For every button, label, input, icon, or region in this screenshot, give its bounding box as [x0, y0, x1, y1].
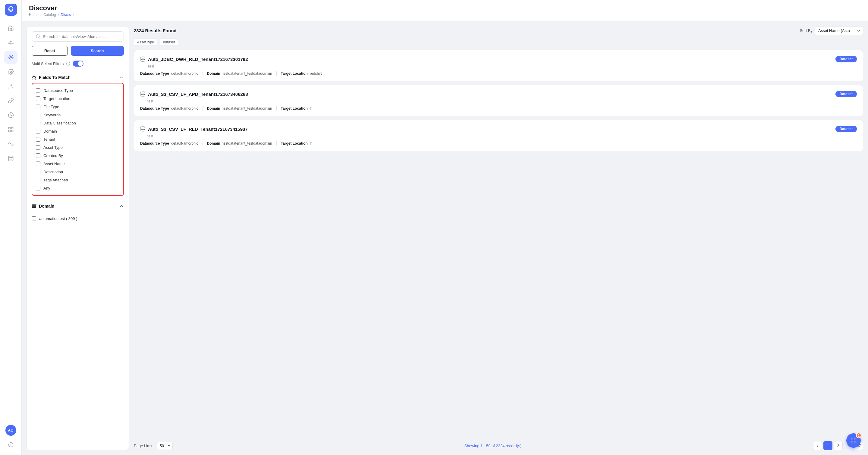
checkbox-target-location-label: Target Location	[43, 96, 70, 101]
checkbox-asset-type[interactable]: Asset Type	[36, 143, 120, 152]
sidebar-item-home[interactable]	[4, 22, 18, 35]
card-1-subtitle: Test	[147, 64, 857, 68]
checkbox-keywords-input[interactable]	[36, 113, 40, 117]
card-1-title: Auto_JDBC_DWH_RLD_Tenant1721673301782	[140, 56, 248, 62]
card-1-sep-1	[203, 71, 203, 76]
card-2-title-row: Auto_S3_CSV_LF_APD_Tenant1721673406268 D…	[140, 91, 857, 97]
card-2-meta-location: Target Location lf	[281, 106, 312, 110]
checkbox-data-classification[interactable]: Data Classification	[36, 119, 120, 127]
notification-badge: 1	[856, 433, 861, 438]
sidebar-item-clock[interactable]	[4, 108, 18, 122]
card-3-name[interactable]: Auto_S3_CSV_LF_RLD_Tenant1721673415937	[148, 127, 248, 132]
sidebar-item-discover[interactable]	[4, 51, 18, 64]
multi-select-row: Multi Select Filters	[32, 61, 124, 67]
page-2-button[interactable]: 2	[834, 441, 843, 450]
sidebar-item-wave[interactable]	[4, 137, 18, 151]
card-2-sep-1	[203, 106, 203, 110]
checkbox-automationtest-input[interactable]	[32, 216, 36, 221]
float-action-button[interactable]: 1	[846, 433, 861, 448]
sidebar-item-users[interactable]	[4, 79, 18, 93]
card-2-subtitle: test	[147, 99, 857, 103]
results-content: Auto_JDBC_DWH_RLD_Tenant1721673301782 Da…	[134, 50, 863, 437]
card-3-sep-1	[203, 141, 203, 145]
breadcrumb-catalog[interactable]: Catalog	[43, 13, 56, 17]
checkbox-file-type-input[interactable]	[36, 104, 40, 109]
checkbox-asset-type-input[interactable]	[36, 145, 40, 150]
search-input[interactable]	[43, 34, 120, 39]
checkbox-domain[interactable]: Domain	[36, 127, 120, 135]
domain-section: Domain automationtest ( 809 )	[32, 201, 124, 226]
sort-by-label: Sort By	[800, 28, 812, 33]
search-button[interactable]: Search	[71, 46, 124, 56]
breadcrumb-home[interactable]: Home	[29, 13, 38, 17]
checkbox-created-by[interactable]: Created By	[36, 152, 120, 160]
checkbox-tenant-input[interactable]	[36, 137, 40, 142]
checkbox-datasource-type-input[interactable]	[36, 88, 40, 93]
user-avatar[interactable]: AQ	[5, 425, 16, 436]
reset-button[interactable]: Reset	[32, 46, 68, 56]
checkbox-automationtest-label: automationtest ( 809 )	[39, 216, 77, 221]
card-1-meta-datasource: Datasource Type default-amorphic	[140, 71, 198, 76]
checkbox-tags-attached[interactable]: Tags Attached	[36, 176, 120, 184]
page-limit-select[interactable]: 50 10 25 100	[157, 442, 173, 450]
checkbox-any[interactable]: Any	[36, 184, 120, 192]
domain-icon	[32, 204, 36, 208]
card-2-domain-value: testdatatenant_testdatadomain	[221, 106, 272, 110]
svg-rect-12	[11, 130, 13, 132]
fields-to-match-header[interactable]: Fields To Match	[32, 72, 124, 83]
checkbox-automationtest[interactable]: automationtest ( 809 )	[32, 215, 124, 223]
checkbox-asset-name-input[interactable]	[36, 162, 40, 166]
multi-select-toggle[interactable]	[73, 61, 84, 67]
filter-tag-assettype: AssetType	[134, 39, 157, 46]
domain-section-header[interactable]: Domain	[32, 201, 124, 212]
sidebar: AQ	[0, 0, 22, 455]
breadcrumb-current: Discover	[61, 13, 75, 17]
checkbox-target-location-input[interactable]	[36, 96, 40, 101]
checkbox-any-input[interactable]	[36, 186, 40, 190]
card-3-domain-value: testdatatenant_testdatadomain	[221, 141, 272, 145]
page-prev-button[interactable]: ‹	[813, 441, 822, 450]
result-card-1: Auto_JDBC_DWH_RLD_Tenant1721673301782 Da…	[134, 50, 863, 82]
checkbox-description-input[interactable]	[36, 170, 40, 174]
app-logo[interactable]	[5, 4, 17, 16]
filter-tag-dataset: dataset	[160, 39, 178, 46]
page-info: Showing 1 - 50 of 2324 record(s)	[464, 444, 521, 448]
search-box[interactable]	[32, 31, 124, 41]
sidebar-item-storage[interactable]	[4, 152, 18, 165]
checkbox-tags-attached-input[interactable]	[36, 178, 40, 182]
svg-rect-11	[8, 130, 10, 132]
domain-title: Domain	[39, 204, 54, 208]
svg-point-6	[10, 71, 11, 73]
sidebar-item-grid[interactable]	[4, 123, 18, 136]
card-2-meta: Datasource Type default-amorphic Domain …	[140, 106, 857, 110]
checkbox-datasource-type[interactable]: Datasource Type	[36, 87, 120, 95]
card-1-datasource-value: default-amorphic	[170, 71, 198, 76]
sort-select[interactable]: Asset Name (Asc) Asset Name (Desc) Creat…	[815, 26, 863, 35]
checkbox-created-by-input[interactable]	[36, 153, 40, 158]
checkbox-target-location[interactable]: Target Location	[36, 95, 120, 103]
checkbox-description[interactable]: Description	[36, 168, 120, 176]
checkbox-data-classification-input[interactable]	[36, 121, 40, 125]
checkbox-tags-attached-label: Tags Attached	[43, 178, 68, 182]
checkbox-domain-input[interactable]	[36, 129, 40, 133]
checkbox-description-label: Description	[43, 170, 63, 174]
sidebar-item-info[interactable]	[4, 438, 18, 451]
sidebar-item-settings[interactable]	[4, 65, 18, 78]
active-filters: AssetType dataset	[134, 39, 863, 46]
checkbox-tenant[interactable]: Tenant	[36, 135, 120, 143]
card-1-name[interactable]: Auto_JDBC_DWH_RLD_Tenant1721673301782	[148, 57, 248, 62]
result-card-3: Auto_S3_CSV_LF_RLD_Tenant1721673415937 D…	[134, 120, 863, 151]
page-1-button[interactable]: 1	[824, 441, 832, 450]
sidebar-item-filter[interactable]	[4, 36, 18, 50]
card-1-meta: Datasource Type default-amorphic Domain …	[140, 71, 857, 76]
filter-buttons: Reset Search	[32, 46, 124, 56]
checkbox-keywords[interactable]: Keywords	[36, 111, 120, 119]
checkbox-any-label: Any	[43, 186, 50, 190]
checkbox-file-type[interactable]: File Type	[36, 103, 120, 111]
results-count: 2324 Results Found	[134, 28, 177, 33]
sidebar-item-connections[interactable]	[4, 94, 18, 107]
checkbox-asset-name[interactable]: Asset Name	[36, 160, 120, 168]
card-2-name[interactable]: Auto_S3_CSV_LF_APD_Tenant1721673406268	[148, 92, 248, 97]
svg-point-7	[10, 84, 12, 86]
card-3-meta-datasource: Datasource Type default-amorphic	[140, 141, 198, 145]
